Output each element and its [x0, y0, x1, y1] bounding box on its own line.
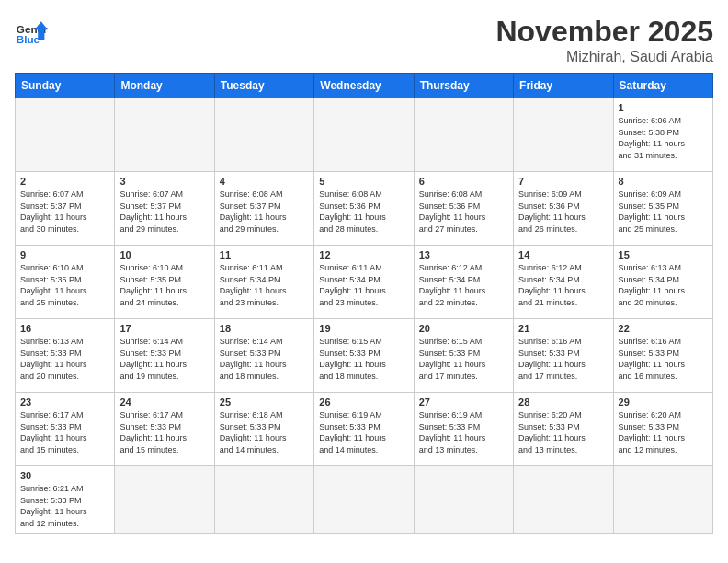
table-row: [314, 98, 414, 172]
table-row: 7Sunrise: 6:09 AM Sunset: 5:36 PM Daylig…: [514, 172, 613, 246]
day-info: Sunrise: 6:21 AM Sunset: 5:33 PM Dayligh…: [20, 483, 109, 529]
table-row: 3Sunrise: 6:07 AM Sunset: 5:37 PM Daylig…: [115, 172, 214, 246]
table-row: 11Sunrise: 6:11 AM Sunset: 5:34 PM Dayli…: [214, 246, 313, 319]
day-number: 9: [20, 249, 109, 260]
logo-icon: General Blue: [15, 15, 48, 48]
table-row: 5Sunrise: 6:08 AM Sunset: 5:36 PM Daylig…: [314, 172, 414, 246]
calendar-header-row: Sunday Monday Tuesday Wednesday Thursday…: [16, 74, 713, 98]
table-row: 21Sunrise: 6:16 AM Sunset: 5:33 PM Dayli…: [514, 319, 613, 393]
table-row: 15Sunrise: 6:13 AM Sunset: 5:34 PM Dayli…: [613, 246, 712, 319]
table-row: 26Sunrise: 6:19 AM Sunset: 5:33 PM Dayli…: [314, 393, 414, 466]
day-info: Sunrise: 6:17 AM Sunset: 5:33 PM Dayligh…: [119, 409, 209, 455]
day-info: Sunrise: 6:12 AM Sunset: 5:34 PM Dayligh…: [419, 262, 508, 308]
day-info: Sunrise: 6:06 AM Sunset: 5:38 PM Dayligh…: [619, 115, 708, 161]
day-info: Sunrise: 6:07 AM Sunset: 5:37 PM Dayligh…: [119, 189, 209, 235]
day-info: Sunrise: 6:14 AM Sunset: 5:33 PM Dayligh…: [119, 336, 209, 382]
table-row: 25Sunrise: 6:18 AM Sunset: 5:33 PM Dayli…: [214, 393, 313, 466]
day-number: 22: [619, 323, 708, 334]
month-title: November 2025: [495, 15, 713, 49]
day-number: 26: [319, 396, 408, 408]
table-row: 10Sunrise: 6:10 AM Sunset: 5:35 PM Dayli…: [115, 246, 214, 319]
day-info: Sunrise: 6:13 AM Sunset: 5:34 PM Dayligh…: [619, 262, 708, 308]
calendar-table: Sunday Monday Tuesday Wednesday Thursday…: [15, 73, 713, 534]
day-info: Sunrise: 6:16 AM Sunset: 5:33 PM Dayligh…: [518, 336, 608, 382]
table-row: 29Sunrise: 6:20 AM Sunset: 5:33 PM Dayli…: [613, 393, 712, 466]
day-number: 6: [419, 176, 508, 187]
day-info: Sunrise: 6:15 AM Sunset: 5:33 PM Dayligh…: [319, 336, 408, 382]
col-monday: Monday: [115, 74, 214, 98]
day-info: Sunrise: 6:17 AM Sunset: 5:33 PM Dayligh…: [20, 409, 109, 455]
day-info: Sunrise: 6:09 AM Sunset: 5:36 PM Dayligh…: [518, 189, 608, 235]
table-row: 13Sunrise: 6:12 AM Sunset: 5:34 PM Dayli…: [414, 246, 513, 319]
table-row: [115, 466, 214, 534]
table-row: [314, 466, 414, 534]
day-number: 29: [619, 396, 708, 408]
day-info: Sunrise: 6:11 AM Sunset: 5:34 PM Dayligh…: [319, 262, 408, 308]
day-number: 8: [619, 176, 708, 187]
table-row: 17Sunrise: 6:14 AM Sunset: 5:33 PM Dayli…: [115, 319, 214, 393]
day-number: 24: [119, 396, 209, 408]
day-number: 14: [518, 249, 608, 260]
table-row: 27Sunrise: 6:19 AM Sunset: 5:33 PM Dayli…: [414, 393, 513, 466]
day-info: Sunrise: 6:15 AM Sunset: 5:33 PM Dayligh…: [419, 336, 508, 382]
day-info: Sunrise: 6:09 AM Sunset: 5:35 PM Dayligh…: [619, 189, 708, 235]
table-row: 6Sunrise: 6:08 AM Sunset: 5:36 PM Daylig…: [414, 172, 513, 246]
location: Mizhirah, Saudi Arabia: [495, 49, 713, 65]
day-number: 16: [20, 323, 109, 334]
table-row: 24Sunrise: 6:17 AM Sunset: 5:33 PM Dayli…: [115, 393, 214, 466]
table-row: [613, 466, 712, 534]
day-number: 1: [619, 102, 708, 113]
day-number: 12: [319, 249, 408, 260]
col-saturday: Saturday: [613, 74, 712, 98]
table-row: 12Sunrise: 6:11 AM Sunset: 5:34 PM Dayli…: [314, 246, 414, 319]
day-number: 19: [319, 323, 408, 334]
day-info: Sunrise: 6:19 AM Sunset: 5:33 PM Dayligh…: [419, 409, 508, 455]
table-row: [16, 98, 115, 172]
day-info: Sunrise: 6:10 AM Sunset: 5:35 PM Dayligh…: [20, 262, 109, 308]
day-info: Sunrise: 6:11 AM Sunset: 5:34 PM Dayligh…: [220, 262, 309, 308]
table-row: 19Sunrise: 6:15 AM Sunset: 5:33 PM Dayli…: [314, 319, 414, 393]
day-info: Sunrise: 6:19 AM Sunset: 5:33 PM Dayligh…: [319, 409, 408, 455]
day-number: 2: [20, 176, 109, 187]
day-number: 27: [419, 396, 508, 408]
table-row: [214, 466, 313, 534]
table-row: [414, 466, 513, 534]
page-header: General Blue November 2025 Mizhirah, Sau…: [15, 15, 713, 65]
day-number: 10: [119, 249, 209, 260]
table-row: [214, 98, 313, 172]
day-info: Sunrise: 6:16 AM Sunset: 5:33 PM Dayligh…: [619, 336, 708, 382]
logo: General Blue: [15, 15, 48, 48]
col-sunday: Sunday: [16, 74, 115, 98]
day-info: Sunrise: 6:18 AM Sunset: 5:33 PM Dayligh…: [220, 409, 309, 455]
table-row: 16Sunrise: 6:13 AM Sunset: 5:33 PM Dayli…: [16, 319, 115, 393]
day-info: Sunrise: 6:07 AM Sunset: 5:37 PM Dayligh…: [20, 189, 109, 235]
day-info: Sunrise: 6:08 AM Sunset: 5:37 PM Dayligh…: [220, 189, 309, 235]
table-row: 22Sunrise: 6:16 AM Sunset: 5:33 PM Dayli…: [613, 319, 712, 393]
day-info: Sunrise: 6:08 AM Sunset: 5:36 PM Dayligh…: [419, 189, 508, 235]
day-info: Sunrise: 6:12 AM Sunset: 5:34 PM Dayligh…: [518, 262, 608, 308]
col-thursday: Thursday: [414, 74, 513, 98]
day-number: 3: [119, 176, 209, 187]
day-number: 23: [20, 396, 109, 408]
table-row: [115, 98, 214, 172]
day-number: 25: [220, 396, 309, 408]
table-row: 14Sunrise: 6:12 AM Sunset: 5:34 PM Dayli…: [514, 246, 613, 319]
day-info: Sunrise: 6:13 AM Sunset: 5:33 PM Dayligh…: [20, 336, 109, 382]
day-info: Sunrise: 6:20 AM Sunset: 5:33 PM Dayligh…: [518, 409, 608, 455]
table-row: [414, 98, 513, 172]
table-row: 20Sunrise: 6:15 AM Sunset: 5:33 PM Dayli…: [414, 319, 513, 393]
table-row: 9Sunrise: 6:10 AM Sunset: 5:35 PM Daylig…: [16, 246, 115, 319]
day-info: Sunrise: 6:08 AM Sunset: 5:36 PM Dayligh…: [319, 189, 408, 235]
col-friday: Friday: [514, 74, 613, 98]
day-info: Sunrise: 6:14 AM Sunset: 5:33 PM Dayligh…: [220, 336, 309, 382]
day-number: 5: [319, 176, 408, 187]
day-number: 17: [119, 323, 209, 334]
title-block: November 2025 Mizhirah, Saudi Arabia: [495, 15, 713, 65]
day-number: 11: [220, 249, 309, 260]
day-number: 20: [419, 323, 508, 334]
table-row: 18Sunrise: 6:14 AM Sunset: 5:33 PM Dayli…: [214, 319, 313, 393]
day-number: 30: [20, 470, 109, 481]
svg-text:Blue: Blue: [17, 33, 40, 45]
table-row: 23Sunrise: 6:17 AM Sunset: 5:33 PM Dayli…: [16, 393, 115, 466]
day-number: 15: [619, 249, 708, 260]
